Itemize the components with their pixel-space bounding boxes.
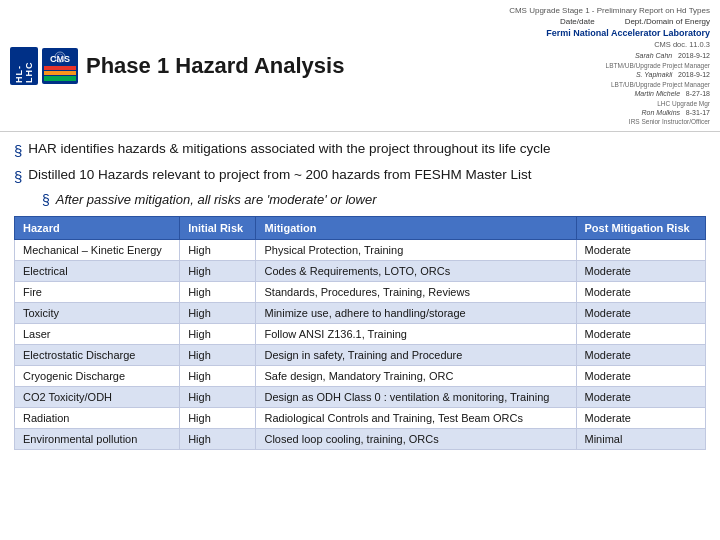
cell-0-1: High xyxy=(180,240,256,261)
cell-4-2: Follow ANSI Z136.1, Training xyxy=(256,324,576,345)
cell-1-3: Moderate xyxy=(576,261,705,282)
cell-5-0: Electrostatic Discharge xyxy=(15,345,180,366)
col-mitigation: Mitigation xyxy=(256,217,576,240)
cell-6-0: Cryogenic Discharge xyxy=(15,366,180,387)
cell-5-2: Design in safety, Training and Procedure xyxy=(256,345,576,366)
table-header: Hazard Initial Risk Mitigation Post Miti… xyxy=(15,217,706,240)
cell-8-0: Radiation xyxy=(15,408,180,429)
cell-1-1: High xyxy=(180,261,256,282)
cell-9-2: Closed loop cooling, training, ORCs xyxy=(256,429,576,450)
cell-7-0: CO2 Toxicity/ODH xyxy=(15,387,180,408)
cell-6-3: Moderate xyxy=(576,366,705,387)
hazard-table: Hazard Initial Risk Mitigation Post Miti… xyxy=(14,216,706,450)
table-row: Cryogenic DischargeHighSafe design, Mand… xyxy=(15,366,706,387)
svg-rect-3 xyxy=(44,71,76,75)
sig-4-org: IRS Senior Instructor/Officer xyxy=(606,117,710,126)
table-row: ElectricalHighCodes & Requirements, LOTO… xyxy=(15,261,706,282)
table-row: RadiationHighRadiological Controls and T… xyxy=(15,408,706,429)
cell-2-2: Standards, Procedures, Training, Reviews xyxy=(256,282,576,303)
sig-4: Ron Mulkins 8-31-17 xyxy=(606,108,710,118)
cms-logo: CMS xyxy=(42,48,78,84)
cell-6-2: Safe design, Mandatory Training, ORC xyxy=(256,366,576,387)
sig-1: Sarah Cahn 2018-9-12 xyxy=(606,51,710,61)
cell-8-1: High xyxy=(180,408,256,429)
header: HL-LHC CMS Phase 1 Hazard Analysis CMS U… xyxy=(0,0,720,132)
cell-4-3: Moderate xyxy=(576,324,705,345)
sig-1-org: LBTM/UB/Upgrade Project Manager xyxy=(606,61,710,70)
cell-5-1: High xyxy=(180,345,256,366)
hazard-table-container: Hazard Initial Risk Mitigation Post Miti… xyxy=(14,216,706,450)
cell-2-3: Moderate xyxy=(576,282,705,303)
cell-3-0: Toxicity xyxy=(15,303,180,324)
page: HL-LHC CMS Phase 1 Hazard Analysis CMS U… xyxy=(0,0,720,456)
table-row: Electrostatic DischargeHighDesign in saf… xyxy=(15,345,706,366)
table-row: CO2 Toxicity/ODHHighDesign as ODH Class … xyxy=(15,387,706,408)
table-row: LaserHighFollow ANSI Z136.1, TrainingMod… xyxy=(15,324,706,345)
cell-6-1: High xyxy=(180,366,256,387)
cell-1-2: Codes & Requirements, LOTO, ORCs xyxy=(256,261,576,282)
signature-block: Sarah Cahn 2018-9-12 LBTM/UB/Upgrade Pro… xyxy=(606,51,710,127)
table-row: FireHighStandards, Procedures, Training,… xyxy=(15,282,706,303)
cell-9-1: High xyxy=(180,429,256,450)
dept-label: Dept./Domain of Energy xyxy=(625,17,710,26)
cell-4-1: High xyxy=(180,324,256,345)
cell-0-2: Physical Protection, Training xyxy=(256,240,576,261)
sig-3: Martin Michele 8-27-18 xyxy=(606,89,710,99)
sig-2-org: LBT/UB/Upgrade Project Manager xyxy=(606,80,710,89)
fermilab-label: Fermi National Accelerator Laboratory xyxy=(546,28,710,38)
cell-8-3: Moderate xyxy=(576,408,705,429)
cell-1-0: Electrical xyxy=(15,261,180,282)
svg-text:CMS: CMS xyxy=(50,54,70,64)
bullet-2-text: Distilled 10 Hazards relevant to project… xyxy=(28,166,531,184)
page-title: Phase 1 Hazard Analysis xyxy=(86,53,501,79)
table-row: Environmental pollutionHighClosed loop c… xyxy=(15,429,706,450)
table-body: Mechanical – Kinetic EnergyHighPhysical … xyxy=(15,240,706,450)
bullet-1-text: HAR identifies hazards & mitigations ass… xyxy=(28,140,550,158)
sub-bullet-1-text: After passive mitigation, all risks are … xyxy=(56,192,377,207)
sub-bullet-1: After passive mitigation, all risks are … xyxy=(42,192,706,208)
cell-7-3: Moderate xyxy=(576,387,705,408)
cell-0-3: Moderate xyxy=(576,240,705,261)
table-row: ToxicityHighMinimize use, adhere to hand… xyxy=(15,303,706,324)
sig-2: S. Yapinakli 2018-9-12 xyxy=(606,70,710,80)
cell-8-2: Radiological Controls and Training, Test… xyxy=(256,408,576,429)
table-row: Mechanical – Kinetic EnergyHighPhysical … xyxy=(15,240,706,261)
cell-7-1: High xyxy=(180,387,256,408)
col-hazard: Hazard xyxy=(15,217,180,240)
bullet-section: HAR identifies hazards & mitigations ass… xyxy=(14,140,706,209)
date-label: Date/date xyxy=(560,17,595,26)
hl-lhc-logo: HL-LHC xyxy=(10,47,38,85)
cell-9-0: Environmental pollution xyxy=(15,429,180,450)
cell-3-3: Moderate xyxy=(576,303,705,324)
main-content: HAR identifies hazards & mitigations ass… xyxy=(0,132,720,457)
doc-cms-label: CMS Upgrade Stage 1 - Preliminary Report… xyxy=(509,6,710,15)
cell-7-2: Design as ODH Class 0 : ventilation & mo… xyxy=(256,387,576,408)
col-initial-risk: Initial Risk xyxy=(180,217,256,240)
svg-rect-2 xyxy=(44,66,76,70)
bullet-2-container: Distilled 10 Hazards relevant to project… xyxy=(14,166,706,208)
cell-2-0: Fire xyxy=(15,282,180,303)
cell-3-2: Minimize use, adhere to handling/storage xyxy=(256,303,576,324)
cell-2-1: High xyxy=(180,282,256,303)
bullet-1: HAR identifies hazards & mitigations ass… xyxy=(14,140,706,161)
header-row: Hazard Initial Risk Mitigation Post Miti… xyxy=(15,217,706,240)
sig-3-org: LHC Upgrade Mgr xyxy=(606,99,710,108)
cell-9-3: Minimal xyxy=(576,429,705,450)
cell-3-1: High xyxy=(180,303,256,324)
cell-4-0: Laser xyxy=(15,324,180,345)
svg-rect-4 xyxy=(44,76,76,81)
cell-5-3: Moderate xyxy=(576,345,705,366)
col-post-risk: Post Mitigation Risk xyxy=(576,217,705,240)
cms-doc-label: CMS doc. 11.0.3 xyxy=(654,40,710,49)
header-meta: CMS Upgrade Stage 1 - Preliminary Report… xyxy=(509,6,710,127)
cell-0-0: Mechanical – Kinetic Energy xyxy=(15,240,180,261)
bullet-2: Distilled 10 Hazards relevant to project… xyxy=(14,166,706,187)
logo-block: HL-LHC CMS xyxy=(10,47,78,85)
